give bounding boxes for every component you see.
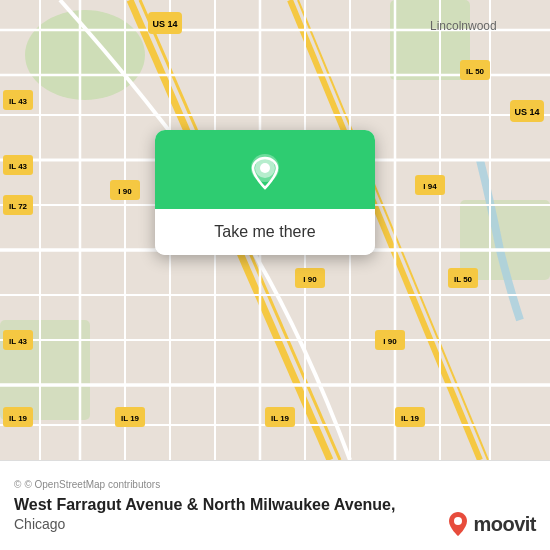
svg-text:IL 19: IL 19 [401, 414, 420, 423]
svg-point-1 [25, 10, 145, 100]
svg-text:IL 43: IL 43 [9, 162, 28, 171]
bottom-bar: © © OpenStreetMap contributors West Farr… [0, 460, 550, 550]
svg-text:IL 50: IL 50 [454, 275, 473, 284]
svg-text:IL 50: IL 50 [466, 67, 485, 76]
svg-text:IL 19: IL 19 [9, 414, 28, 423]
svg-text:IL 19: IL 19 [121, 414, 140, 423]
svg-text:I 90: I 90 [303, 275, 317, 284]
map-container[interactable]: US 14 IL 43 IL 43 IL 72 I 90 I 90 I 90 I… [0, 0, 550, 460]
attribution: © © OpenStreetMap contributors [14, 479, 536, 490]
svg-point-62 [454, 517, 462, 525]
moovit-pin-icon [447, 510, 469, 538]
attribution-text: © OpenStreetMap contributors [24, 479, 160, 490]
svg-rect-2 [390, 0, 470, 80]
copyright-symbol: © [14, 479, 21, 490]
svg-text:Lincolnwood: Lincolnwood [430, 19, 497, 33]
svg-point-61 [260, 163, 270, 173]
moovit-logo: moovit [447, 510, 536, 538]
take-me-there-button[interactable]: Take me there [155, 209, 375, 255]
svg-text:US 14: US 14 [152, 19, 177, 29]
popup-green-area [155, 130, 375, 209]
svg-text:I 90: I 90 [383, 337, 397, 346]
location-pin-icon [243, 150, 287, 194]
svg-text:IL 19: IL 19 [271, 414, 290, 423]
svg-text:IL 43: IL 43 [9, 337, 28, 346]
popup-card: Take me there [155, 130, 375, 255]
svg-text:US 14: US 14 [514, 107, 539, 117]
svg-text:I 94: I 94 [423, 182, 437, 191]
svg-text:IL 43: IL 43 [9, 97, 28, 106]
moovit-text: moovit [473, 513, 536, 536]
svg-text:IL 72: IL 72 [9, 202, 28, 211]
svg-text:I 90: I 90 [118, 187, 132, 196]
